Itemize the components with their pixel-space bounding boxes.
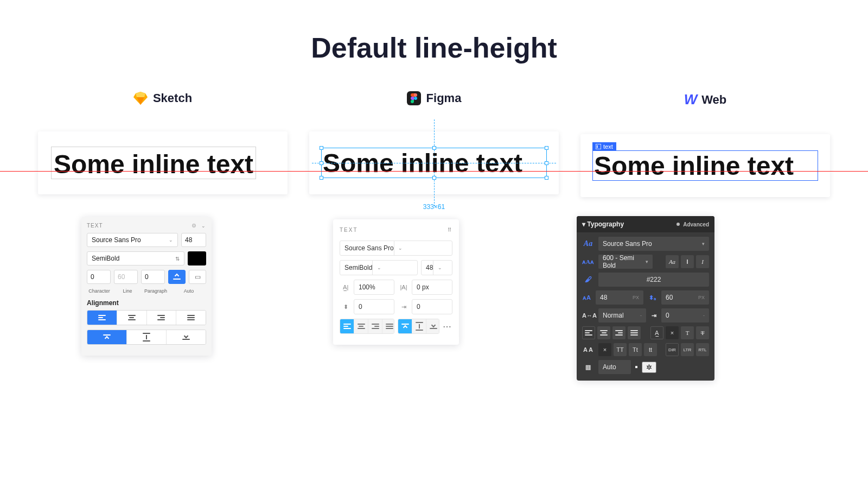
font-weight-select[interactable]: 600 - Semi Bold▾ — [598, 255, 653, 269]
paragraph-spacing-input[interactable]: 0 — [141, 270, 165, 284]
align-justify-button[interactable] — [628, 326, 641, 339]
valign-top-button[interactable] — [87, 330, 127, 344]
figma-preview: Some inline text 333×61 — [309, 131, 559, 194]
align-left-button[interactable] — [87, 311, 117, 325]
font-style-normal-button[interactable]: I — [681, 255, 694, 268]
valign-bottom-button[interactable] — [167, 330, 206, 344]
style-picker-icon[interactable]: ⠿ — [448, 227, 452, 233]
line-height-input[interactable]: 60PX — [661, 290, 709, 305]
dir-rtl-button[interactable]: RTL — [696, 343, 709, 356]
caps-upper-button[interactable]: TT — [614, 343, 627, 356]
selection-handle[interactable] — [320, 161, 323, 165]
figma-dimensions: 333×61 — [309, 203, 559, 211]
char-label: Character — [87, 288, 112, 294]
para-indent-input[interactable]: 0 — [412, 299, 452, 314]
line-spacing-input[interactable]: 60 — [114, 270, 138, 284]
valign-middle-button[interactable] — [127, 330, 167, 344]
advanced-toggle[interactable]: Advanced — [676, 222, 709, 227]
caps-capitalize-button[interactable]: Tt — [629, 343, 642, 356]
selection-handle[interactable] — [545, 161, 548, 165]
para-spacing-input[interactable]: 0 — [354, 299, 394, 314]
indent-input[interactable]: 0- — [661, 308, 709, 322]
sample-text-sketch: Some inline text — [54, 151, 253, 178]
align-right-button[interactable] — [147, 311, 177, 325]
settings-button[interactable]: ✲ — [642, 362, 656, 373]
align-center-button[interactable] — [597, 326, 610, 339]
italic-button[interactable]: Aa — [666, 255, 679, 268]
auto-height-button[interactable] — [168, 270, 186, 284]
decoration-none-button[interactable]: A̲ — [650, 326, 663, 339]
tool-name-sketch: Sketch — [153, 91, 192, 105]
font-weight-select[interactable]: SemiBold⇅ — [87, 251, 184, 265]
line-height-input[interactable]: 100% — [354, 280, 394, 295]
font-size-input[interactable]: 48 — [181, 233, 206, 247]
sketch-preview: Some inline text — [38, 131, 288, 194]
caps-lower-button[interactable]: tt — [644, 343, 657, 356]
chevron-down-icon[interactable]: ⌄ — [201, 223, 206, 229]
font-family-select[interactable]: Source Sans Pro▾ — [598, 237, 709, 251]
align-center-button[interactable] — [354, 319, 368, 333]
align-justify-button[interactable] — [382, 319, 394, 333]
line-height-icon: A̲| — [340, 284, 352, 291]
sketch-text-bbox: Some inline text — [51, 147, 256, 179]
align-right-button[interactable] — [368, 319, 382, 333]
dir-auto-button[interactable]: DIR — [666, 343, 679, 356]
selection-handle[interactable] — [432, 176, 436, 180]
figma-icon — [407, 91, 421, 105]
dir-ltr-button[interactable]: LTR — [681, 343, 694, 356]
align-left-button[interactable] — [582, 326, 595, 339]
figma-guide-h — [312, 163, 556, 163]
selection-handle[interactable] — [432, 146, 436, 150]
align-center-button[interactable] — [117, 311, 147, 325]
align-justify-button[interactable] — [176, 311, 206, 325]
font-family-select[interactable]: Source Sans Pro⌄ — [87, 233, 178, 247]
svg-rect-2 — [597, 146, 598, 148]
color-input[interactable]: #222 — [598, 273, 709, 287]
tool-label-figma: Figma — [309, 91, 559, 105]
figma-text-panel: TEXT ⠿ Source Sans Pro⌄ SemiBold⌄ 48⌄ A̲… — [333, 219, 459, 345]
valign-middle-button[interactable] — [412, 319, 426, 333]
more-icon[interactable]: ⋯ — [443, 321, 452, 332]
caps-none-button[interactable]: × — [598, 343, 611, 356]
web-selection[interactable]: text Some inline text — [592, 150, 818, 181]
caps-icon: A A — [582, 346, 594, 353]
tool-label-sketch: Sketch — [38, 91, 288, 105]
weight-icon: ᴀAᴀ — [582, 258, 594, 265]
fixed-box-button[interactable]: ▭ — [189, 270, 206, 284]
font-size-input[interactable]: 48PX — [596, 290, 643, 305]
color-swatch[interactable] — [188, 251, 206, 265]
web-element-badge: text — [592, 142, 616, 151]
font-family-select[interactable]: Source Sans Pro⌄ — [340, 241, 452, 256]
selection-handle[interactable] — [320, 146, 323, 150]
decoration-x-button[interactable]: × — [666, 326, 679, 339]
letter-spacing-input[interactable]: Normal- — [598, 308, 646, 322]
alignment-label: Alignment — [87, 299, 206, 307]
valign-top-button[interactable] — [398, 319, 412, 333]
font-weight-select[interactable]: SemiBold⌄ — [340, 260, 418, 275]
web-preview: text Some inline text — [580, 134, 830, 197]
font-size-icon: ᴀA — [582, 294, 591, 301]
svg-point-0 — [414, 97, 417, 100]
tool-name-figma: Figma — [426, 91, 462, 105]
font-size-input[interactable]: 48⌄ — [421, 260, 452, 275]
decoration-underline-button[interactable]: T — [681, 326, 694, 339]
align-right-button[interactable] — [612, 326, 626, 339]
character-spacing-input[interactable]: 0 — [87, 270, 111, 284]
letter-spacing-input[interactable]: 0 px — [412, 280, 452, 295]
auto-label: Auto — [171, 288, 206, 294]
align-left-button[interactable] — [340, 319, 354, 333]
font-style-italic-button[interactable]: I — [696, 255, 709, 268]
selection-handle[interactable] — [545, 146, 548, 150]
gear-icon[interactable]: ⚙ — [192, 223, 197, 229]
decoration-strike-button[interactable]: T — [696, 326, 709, 339]
tool-name-web: Web — [701, 93, 726, 107]
selection-handle[interactable] — [320, 176, 323, 180]
v-align-segment — [398, 319, 439, 334]
columns-input[interactable]: Auto — [598, 360, 631, 374]
figma-selection[interactable]: Some inline text — [321, 148, 547, 178]
columns-icon: ▥ — [582, 364, 594, 371]
font-icon: Aa — [582, 239, 594, 248]
webflow-icon: W — [684, 91, 697, 108]
selection-handle[interactable] — [545, 176, 548, 180]
valign-bottom-button[interactable] — [426, 319, 439, 333]
